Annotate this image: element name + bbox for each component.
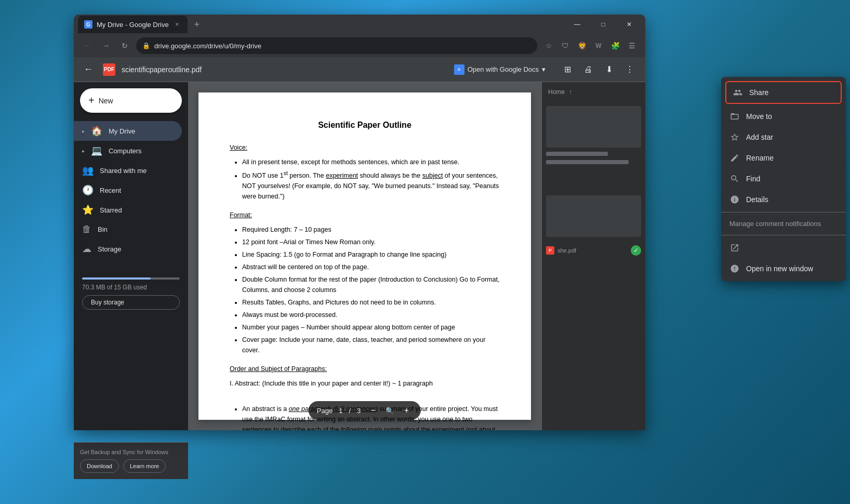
new-label: New — [99, 97, 113, 105]
menu-item-details[interactable]: Details — [721, 189, 846, 210]
format-item-7: Always must be word-processed. — [242, 310, 500, 320]
sidebar: + New ▸ 🏠 My Drive ▸ 💻 Computers 👥 Share… — [74, 82, 188, 430]
bookmark-button[interactable]: ☆ — [541, 38, 556, 53]
right-panel: Home ↑ P she.pdf ✓ — [541, 82, 645, 430]
zoom-out-button[interactable]: − — [367, 404, 379, 417]
computers-icon: 💻 — [91, 145, 102, 156]
computers-label: Computers — [109, 147, 142, 155]
address-bar[interactable]: 🔒 drive.google.com/drive/u/0/my-drive — [136, 37, 537, 54]
storage-icon: ☁ — [82, 243, 91, 255]
new-icon: + — [88, 95, 95, 107]
rename-icon — [729, 153, 740, 163]
storage-bar — [82, 277, 180, 280]
more-options-button[interactable]: ⋮ — [620, 60, 639, 79]
my-drive-icon: 🏠 — [91, 125, 102, 137]
download-backup-button[interactable]: Download — [80, 459, 119, 473]
move-to-label: Move to — [746, 112, 772, 121]
pdf-page: Scientific Paper Outline Voice: All in p… — [198, 92, 531, 420]
shared-label: Shared with me — [100, 167, 147, 175]
current-page: 1 — [339, 407, 342, 415]
recent-label: Recent — [100, 187, 121, 194]
new-tab-button[interactable]: + — [190, 17, 204, 32]
pdf-header-actions: ⊞ 🖨 ⬇ ⋮ — [558, 60, 639, 79]
voice-item-1: All in present tense, except for methods… — [242, 157, 500, 167]
sidebar-item-computers[interactable]: ▸ 💻 Computers — [74, 141, 182, 161]
sidebar-item-shared[interactable]: 👥 Shared with me — [74, 161, 182, 180]
extension-icon[interactable]: 🦁 — [575, 38, 589, 53]
storage-bar-fill — [82, 277, 151, 280]
format-list: Required Length: 7 – 10 pages 12 point f… — [242, 224, 500, 355]
browser-titlebar: G My Drive - Google Drive × + — □ ✕ — [74, 15, 645, 34]
open-with-label: Open with Google Docs — [468, 65, 539, 73]
starred-label: Starred — [100, 206, 122, 214]
home-arrow: ↑ — [569, 88, 572, 96]
browser-toolbar: ← → ↻ 🔒 drive.google.com/drive/u/0/my-dr… — [74, 34, 645, 57]
extensions-button[interactable]: 🧩 — [608, 38, 622, 53]
buy-storage-button[interactable]: Buy storage — [82, 295, 180, 310]
menu-item-share[interactable]: Share — [725, 81, 842, 104]
print-button[interactable]: 🖨 — [579, 60, 597, 79]
share-label: Share — [749, 88, 768, 97]
page-separator: / — [349, 407, 351, 415]
home-label: Home — [548, 88, 565, 96]
tab-favicon: G — [84, 20, 92, 29]
open-new-window-icon — [729, 243, 740, 253]
open-with-google-docs-button[interactable]: ≡ Open with Google Docs ▾ — [448, 61, 552, 78]
share-icon — [733, 87, 743, 98]
file-label: she.pdf — [557, 247, 576, 254]
format-item-1: Required Length: 7 – 10 pages — [242, 224, 500, 235]
pdf-title: Scientific Paper Outline — [230, 118, 500, 132]
embed-button[interactable]: ⊞ — [558, 60, 577, 79]
learn-more-button[interactable]: Learn more — [123, 459, 166, 473]
bin-label: Bin — [98, 226, 108, 233]
menu-item-find[interactable]: Find — [721, 168, 846, 189]
details-label: Details — [746, 195, 768, 204]
computers-arrow: ▸ — [82, 148, 85, 154]
shared-icon: 👥 — [82, 165, 94, 176]
menu-item-move-to[interactable]: Move to — [721, 106, 846, 127]
sidebar-item-recent[interactable]: 🕐 Recent — [74, 180, 182, 200]
browser-tab[interactable]: G My Drive - Google Drive × — [78, 16, 188, 33]
format-item-2: 12 point font –Arial or Times New Roman … — [242, 237, 500, 247]
sidebar-item-my-drive[interactable]: ▸ 🏠 My Drive — [74, 121, 182, 141]
menu-divider-2 — [721, 235, 846, 235]
pdf-back-button[interactable]: ← — [80, 61, 97, 78]
bin-icon: 🗑 — [82, 224, 91, 235]
close-button[interactable]: ✕ — [617, 16, 641, 33]
pdf-file-icon: PDF — [103, 63, 115, 76]
sidebar-item-storage[interactable]: ☁ Storage — [74, 239, 182, 259]
menu-item-manage-notifications[interactable]: Manage comment notifications — [721, 215, 846, 233]
sidebar-item-bin[interactable]: 🗑 Bin — [74, 220, 182, 239]
abstract-heading: I. Abstract: (Include this title in your… — [230, 378, 500, 389]
voice-section-title: Voice: — [230, 142, 500, 153]
format-item-3: Line Spacing: 1.5 (go to Format and Para… — [242, 249, 500, 260]
find-label: Find — [746, 175, 760, 183]
browser-actions: ☆ 🛡 🦁 W 🧩 ☰ — [541, 38, 639, 53]
zoom-in-button[interactable]: + — [400, 404, 413, 417]
download-button[interactable]: ⬇ — [600, 60, 618, 79]
format-item-4: Abstract will be centered on top of the … — [242, 262, 500, 272]
back-button[interactable]: ← — [80, 38, 95, 53]
menu-item-open-new-window[interactable] — [721, 237, 846, 258]
forward-button[interactable]: → — [99, 38, 113, 53]
minimize-button[interactable]: — — [565, 16, 589, 33]
add-star-label: Add star — [746, 133, 773, 141]
menu-item-rename[interactable]: Rename — [721, 148, 846, 168]
maximize-button[interactable]: □ — [591, 16, 615, 33]
brave-shield-icon[interactable]: 🛡 — [558, 38, 573, 53]
total-pages: 3 — [357, 407, 361, 415]
address-text: drive.google.com/drive/u/0/my-drive — [154, 42, 531, 50]
voice-list: All in present tense, except for methods… — [242, 157, 500, 202]
extension2-icon[interactable]: W — [591, 38, 606, 53]
browser-menu-button[interactable]: ☰ — [625, 38, 639, 53]
new-button[interactable]: + New — [80, 88, 182, 113]
menu-item-add-star[interactable]: Add star — [721, 127, 846, 148]
my-drive-arrow: ▸ — [82, 128, 85, 134]
storage-usage-text: 70.3 MB of 15 GB used — [82, 284, 180, 291]
sidebar-item-starred[interactable]: ⭐ Starred — [74, 200, 182, 220]
menu-item-report-abuse[interactable]: Open in new window — [721, 258, 846, 279]
tab-close-button[interactable]: × — [173, 20, 181, 29]
find-icon — [729, 174, 740, 184]
refresh-button[interactable]: ↻ — [117, 38, 132, 53]
format-section-title: Format: — [230, 210, 500, 220]
